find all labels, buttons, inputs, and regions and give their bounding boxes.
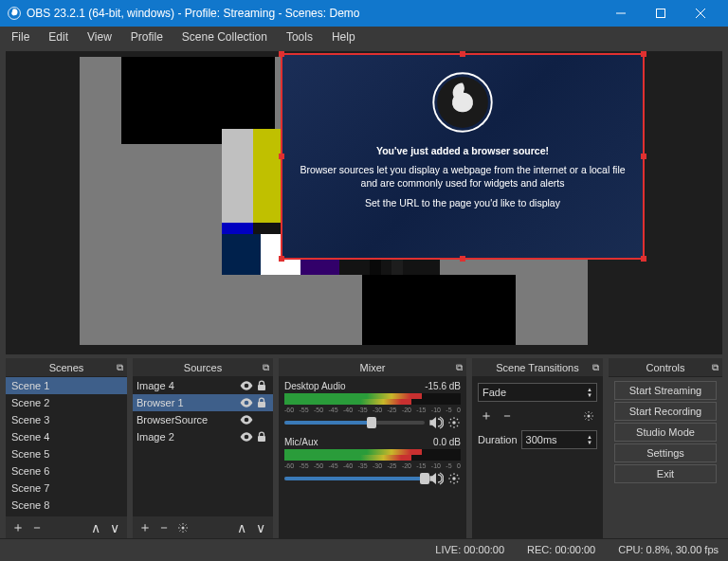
start-streaming-button[interactable]: Start Streaming [614, 381, 717, 400]
svg-rect-7 [258, 385, 265, 390]
status-live: LIVE: 00:00:00 [435, 544, 504, 555]
studio-mode-button[interactable]: Studio Mode [614, 423, 717, 442]
scene-item[interactable]: Scene 8 [6, 497, 127, 514]
browser-source-selected[interactable]: You've just added a browser source! Brow… [281, 53, 645, 260]
panel-title: Controls [646, 362, 685, 373]
lock-toggle-icon[interactable] [254, 430, 269, 443]
source-properties-button[interactable] [174, 519, 191, 536]
gear-icon[interactable] [447, 472, 461, 485]
add-source-button[interactable]: ＋ [136, 519, 154, 536]
svg-point-12 [452, 477, 456, 480]
status-cpu: CPU: 0.8%, 30.00 fps [618, 544, 719, 555]
add-transition-button[interactable]: ＋ [478, 407, 495, 425]
lock-toggle-icon[interactable] [254, 413, 269, 426]
overlay-heading: You've just added a browser source! [300, 144, 626, 157]
move-down-button[interactable]: ∨ [252, 519, 269, 536]
speaker-icon[interactable] [428, 472, 444, 485]
menu-edit[interactable]: Edit [41, 28, 76, 45]
remove-transition-button[interactable]: － [499, 407, 516, 425]
source-item[interactable]: Image 4 [133, 377, 273, 394]
scene-item[interactable]: Scene 2 [6, 394, 127, 411]
mixer-channel: Mic/Aux0.0 dB-60-55-50-45-40-35-30-25-20… [279, 433, 466, 489]
panel-title: Scenes [49, 362, 84, 373]
duration-input[interactable]: 300ms▲▼ [521, 430, 597, 449]
popout-icon[interactable]: ⧉ [712, 362, 719, 373]
scene-item[interactable]: Scene 7 [6, 480, 127, 497]
lock-toggle-icon[interactable] [254, 379, 269, 392]
remove-source-button[interactable]: － [155, 519, 173, 536]
menu-view[interactable]: View [80, 28, 119, 45]
add-scene-button[interactable]: ＋ [9, 519, 27, 536]
channel-name: Mic/Aux [284, 437, 318, 447]
volume-slider[interactable] [284, 421, 425, 425]
close-button[interactable] [681, 0, 720, 27]
scenes-list[interactable]: Scene 1Scene 2Scene 3Scene 4Scene 5Scene… [6, 377, 127, 516]
popout-icon[interactable]: ⧉ [592, 362, 599, 373]
preview-area[interactable]: You've just added a browser source! Brow… [6, 51, 722, 354]
channel-db: 0.0 dB [433, 437, 461, 447]
source-item[interactable]: Browser 1 [133, 394, 273, 411]
channel-db: -15.6 dB [425, 381, 461, 391]
svg-point-13 [588, 415, 591, 418]
source-item[interactable]: Image 2 [133, 428, 273, 445]
menu-tools[interactable]: Tools [279, 28, 320, 45]
visibility-toggle-icon[interactable] [239, 413, 254, 426]
popout-icon[interactable]: ⧉ [263, 362, 269, 373]
move-down-button[interactable]: ∨ [106, 519, 123, 536]
overlay-text: Browser sources let you display a webpag… [300, 163, 626, 190]
sources-panel: Sources⧉ Image 4Browser 1BrowserSourceIm… [133, 358, 273, 538]
vu-meter [284, 449, 461, 461]
gear-icon[interactable] [447, 416, 461, 429]
exit-button[interactable]: Exit [614, 464, 717, 483]
channel-name: Desktop Audio [284, 381, 346, 391]
source-name: Image 2 [136, 431, 239, 443]
menu-file[interactable]: File [4, 28, 37, 45]
scene-item[interactable]: Scene 3 [6, 411, 127, 428]
move-up-button[interactable]: ∧ [233, 519, 250, 536]
svg-point-10 [182, 526, 185, 529]
sources-list[interactable]: Image 4Browser 1BrowserSourceImage 2 [133, 377, 273, 516]
vu-meter [284, 393, 461, 405]
maximize-button[interactable] [641, 0, 681, 27]
svg-rect-9 [258, 436, 265, 442]
popout-icon[interactable]: ⧉ [456, 362, 463, 373]
menu-scene-collection[interactable]: Scene Collection [174, 28, 275, 45]
menubar: FileEditViewProfileScene CollectionTools… [0, 27, 728, 47]
image-source [362, 275, 516, 345]
speaker-icon[interactable] [428, 416, 444, 429]
source-name: Image 4 [136, 380, 239, 391]
menu-help[interactable]: Help [324, 28, 363, 45]
settings-button[interactable]: Settings [614, 443, 717, 462]
panel-title: Sources [184, 362, 222, 373]
transition-properties-button[interactable] [580, 407, 597, 425]
scene-item[interactable]: Scene 5 [6, 445, 127, 462]
lock-toggle-icon[interactable] [254, 396, 269, 409]
menu-profile[interactable]: Profile [123, 28, 171, 45]
controls-panel: Controls⧉ Start StreamingStart Recording… [609, 358, 722, 538]
visibility-toggle-icon[interactable] [239, 396, 254, 409]
status-rec: REC: 00:00:00 [527, 544, 595, 555]
transition-select[interactable]: Fade▲▼ [478, 383, 597, 402]
svg-point-11 [452, 421, 456, 425]
volume-slider[interactable] [284, 477, 425, 480]
overlay-text: Set the URL to the page you'd like to di… [300, 196, 626, 209]
titlebar: OBS 23.2.1 (64-bit, windows) - Profile: … [0, 0, 728, 27]
scene-item[interactable]: Scene 4 [6, 428, 127, 445]
scene-item[interactable]: Scene 1 [6, 377, 127, 394]
scenes-panel: Scenes⧉ Scene 1Scene 2Scene 3Scene 4Scen… [6, 358, 127, 538]
minimize-button[interactable] [601, 0, 641, 27]
source-item[interactable]: BrowserSource [133, 411, 273, 428]
popout-icon[interactable]: ⧉ [117, 362, 123, 373]
scene-item[interactable]: Scene 6 [6, 462, 127, 480]
visibility-toggle-icon[interactable] [239, 430, 254, 443]
duration-label: Duration [478, 434, 518, 445]
transitions-panel: Scene Transitions⧉ Fade▲▼ ＋ － Duration 3… [472, 358, 603, 538]
panel-title: Mixer [360, 362, 386, 373]
svg-rect-8 [258, 402, 265, 407]
visibility-toggle-icon[interactable] [239, 379, 254, 392]
move-up-button[interactable]: ∧ [87, 519, 104, 536]
mixer-channel: Desktop Audio-15.6 dB-60-55-50-45-40-35-… [279, 377, 466, 433]
start-recording-button[interactable]: Start Recording [614, 402, 717, 421]
remove-scene-button[interactable]: － [28, 519, 46, 536]
app-icon [8, 7, 21, 20]
